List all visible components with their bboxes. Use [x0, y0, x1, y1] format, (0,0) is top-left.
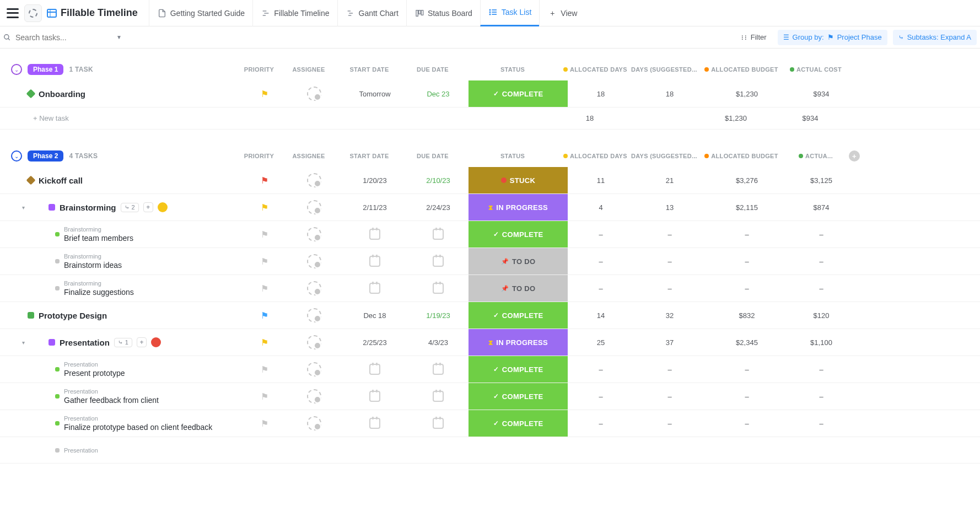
table-cell[interactable]: ⚑	[243, 221, 287, 247]
table-cell[interactable]: ⚑	[243, 302, 287, 329]
table-cell[interactable]: –	[706, 356, 788, 383]
loading-button[interactable]	[24, 4, 42, 22]
search-input[interactable]	[15, 33, 112, 42]
table-cell[interactable]	[854, 410, 865, 437]
table-cell[interactable]	[397, 114, 457, 122]
hamburger-menu[interactable]	[7, 8, 19, 18]
priority-flag-icon[interactable]: ⚑	[261, 175, 268, 186]
priority-flag-icon[interactable]: ⚑	[261, 89, 268, 99]
table-cell[interactable]: 21	[634, 167, 706, 193]
date-empty-icon[interactable]	[369, 283, 380, 294]
table-cell[interactable]: ⚑	[243, 383, 287, 410]
table-cell[interactable]	[854, 275, 865, 302]
table-cell[interactable]: 18	[557, 114, 623, 122]
table-cell[interactable]	[287, 194, 342, 220]
table-cell[interactable]: –	[634, 221, 706, 247]
table-cell[interactable]: –	[788, 248, 854, 274]
assignee-avatar[interactable]	[307, 308, 321, 322]
table-cell[interactable]: $1,100	[788, 329, 854, 356]
phase-badge[interactable]: Phase 1	[28, 64, 63, 75]
view-tab[interactable]: Gantt Chart	[337, 0, 406, 26]
table-cell[interactable]	[287, 167, 342, 193]
table-cell[interactable]: $120	[788, 302, 854, 329]
table-cell[interactable]	[854, 248, 865, 274]
table-cell[interactable]: 2/25/23	[342, 329, 408, 356]
table-cell[interactable]	[408, 248, 469, 274]
column-header[interactable]: STATUS	[463, 66, 562, 73]
table-cell[interactable]	[854, 221, 865, 247]
priority-flag-icon[interactable]: ⚑	[261, 256, 268, 267]
table-cell[interactable]: –	[568, 221, 634, 247]
assignee-avatar[interactable]	[307, 254, 321, 268]
table-cell[interactable]	[854, 302, 865, 329]
column-header[interactable]: PRIORITY	[237, 66, 281, 73]
assignee-avatar[interactable]	[307, 227, 321, 241]
table-cell[interactable]: ⚑	[243, 356, 287, 383]
table-cell[interactable]: $2,345	[706, 329, 788, 356]
table-cell[interactable]	[854, 80, 865, 107]
table-cell[interactable]	[408, 275, 469, 302]
table-cell[interactable]: –	[788, 275, 854, 302]
table-cell[interactable]	[342, 410, 408, 437]
table-cell[interactable]: $1,230	[694, 114, 777, 122]
table-cell[interactable]	[342, 275, 408, 302]
task-main[interactable]: BrainstormingFinalize suggestions	[11, 278, 243, 299]
column-header[interactable]: STATUS	[463, 153, 562, 159]
table-cell[interactable]: 1/20/23	[342, 167, 408, 193]
date-empty-icon[interactable]	[433, 256, 444, 267]
table-cell[interactable]: –	[568, 410, 634, 437]
filter-button[interactable]: ⫶⫶ Filter	[735, 30, 772, 45]
table-cell[interactable]: ⚑	[243, 167, 287, 193]
assignee-avatar[interactable]	[307, 389, 321, 403]
table-cell[interactable]: –	[706, 275, 788, 302]
table-cell[interactable]: –	[706, 248, 788, 274]
status-cell[interactable]: ✓COMPLETE	[469, 80, 568, 107]
table-cell[interactable]: 25	[568, 329, 634, 356]
table-cell[interactable]: 13	[634, 194, 706, 220]
table-cell[interactable]	[276, 114, 331, 122]
table-cell[interactable]	[854, 329, 865, 356]
table-cell[interactable]: $934	[788, 80, 854, 107]
task-main[interactable]: PresentationFinalize prototype based on …	[11, 413, 243, 434]
table-cell[interactable]: –	[634, 383, 706, 410]
date-empty-icon[interactable]	[433, 229, 444, 240]
table-cell[interactable]: 2/24/23	[408, 194, 469, 220]
table-cell[interactable]: –	[788, 410, 854, 437]
column-header[interactable]: DUE DATE	[402, 66, 463, 73]
table-cell[interactable]: $3,125	[788, 167, 854, 193]
expand-chevron-icon[interactable]: ▾	[22, 340, 28, 346]
priority-flag-icon[interactable]: ⚑	[261, 283, 268, 294]
table-cell[interactable]: $874	[788, 194, 854, 220]
table-cell[interactable]	[342, 356, 408, 383]
task-main[interactable]: BrainstormingBrief team members	[11, 224, 243, 245]
table-cell[interactable]	[854, 383, 865, 410]
task-main[interactable]: Onboarding	[11, 89, 243, 99]
table-cell[interactable]: –	[568, 275, 634, 302]
priority-flag-icon[interactable]: ⚑	[261, 364, 268, 375]
status-cell[interactable]: ✓COMPLETE	[469, 221, 568, 247]
collapse-group-button[interactable]: ⌄	[11, 150, 22, 162]
table-cell[interactable]	[287, 248, 342, 274]
priority-flag-icon[interactable]: ⚑	[261, 418, 268, 429]
assignee-avatar[interactable]	[307, 281, 321, 295]
table-cell[interactable]: 37	[634, 329, 706, 356]
column-header[interactable]: PRIORITY	[237, 153, 281, 159]
phase-badge[interactable]: Phase 2	[28, 150, 63, 162]
table-cell[interactable]: Tomorrow	[342, 80, 408, 107]
table-cell[interactable]: –	[634, 275, 706, 302]
table-cell[interactable]: 2/11/23	[342, 194, 408, 220]
table-cell[interactable]: $3,276	[706, 167, 788, 193]
table-cell[interactable]	[457, 114, 557, 122]
column-header[interactable]: ASSIGNEE	[281, 66, 336, 73]
table-cell[interactable]: –	[634, 410, 706, 437]
table-cell[interactable]	[287, 221, 342, 247]
table-cell[interactable]: 32	[634, 302, 706, 329]
table-cell[interactable]	[408, 410, 469, 437]
column-header[interactable]: ASSIGNEE	[281, 153, 336, 159]
add-subtask-button[interactable]: +	[143, 202, 153, 212]
task-main[interactable]: Prototype Design	[11, 311, 243, 320]
assignee-avatar[interactable]	[307, 416, 321, 430]
table-cell[interactable]	[287, 356, 342, 383]
table-cell[interactable]: Dec 23	[408, 80, 469, 107]
task-main[interactable]: Presentation	[11, 445, 243, 456]
